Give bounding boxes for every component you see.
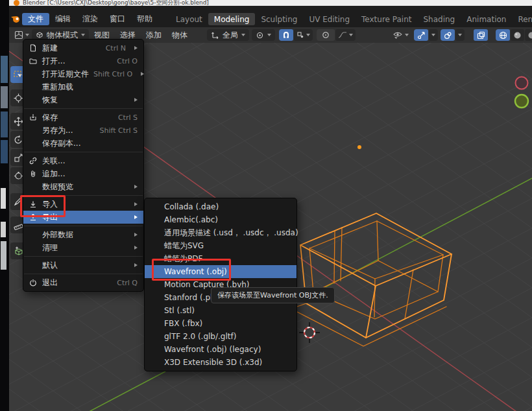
menu-separator [24, 226, 143, 226]
transform-tool-icon [14, 171, 23, 181]
window-title: Blender [C:\Users\CXJ\Desktop\gong\baoye… [23, 0, 209, 6]
overlays-settings-dropdown[interactable] [455, 29, 465, 41]
submenu-arrow-icon [134, 233, 138, 237]
solid-shading-button[interactable] [511, 29, 524, 41]
menu-separator [24, 274, 143, 274]
menu-render[interactable]: 渲染 [77, 13, 104, 25]
gizmo-axis-y-ball[interactable] [515, 95, 528, 108]
menu-item-revert[interactable]: 重新加载 [23, 80, 143, 93]
wireframe-sphere-icon [499, 31, 507, 40]
export-item-stl[interactable]: Stl (.stl) [145, 304, 296, 317]
menu-help[interactable]: 帮助 [131, 13, 158, 25]
chevron-down-icon [267, 34, 271, 36]
chevron-down-icon [431, 34, 435, 36]
tab-rendering[interactable]: Renderi [512, 13, 532, 25]
menu-item-link[interactable]: 关联... [23, 154, 143, 167]
blender-window: Blender [C:\Users\CXJ\Desktop\gong\baoye… [0, 0, 532, 411]
menu-add[interactable]: 添加 [141, 30, 167, 41]
export-item-wavefront-legacy[interactable]: Wavefront (.obj) (legacy) [145, 343, 296, 356]
menu-object[interactable]: 物体 [167, 30, 193, 41]
snap-toggle-button[interactable] [279, 29, 293, 41]
submenu-arrow-icon [134, 246, 138, 250]
export-item-collada[interactable]: Collada (.dae) [145, 200, 296, 213]
annotation-box-wavefront-obj [152, 259, 231, 281]
menu-item-open[interactable]: 打开... Ctrl O [23, 54, 143, 67]
proportional-edit-button[interactable] [317, 29, 335, 41]
desktop-fragment [1, 241, 6, 270]
xray-toggle-button[interactable] [474, 29, 488, 41]
gizmo-axis-x-ball[interactable] [516, 77, 528, 89]
tab-shading[interactable]: Shading [417, 13, 461, 25]
menu-item-append[interactable]: 追加... [23, 167, 143, 180]
gizmo-settings-dropdown[interactable] [429, 29, 438, 41]
navigation-gizmo[interactable] [515, 77, 528, 108]
viewport-editor-icon [14, 30, 23, 40]
tooltip: 保存该场景至Wavefront OBJ文件. [211, 287, 335, 303]
file-menu-panel: 新建 Ctrl N 打开... Ctrl O 打开近期文件 Shift Ctrl… [23, 39, 144, 292]
menu-item-defaults[interactable]: 默认 [23, 259, 143, 272]
menu-item-new[interactable]: 新建 Ctrl N [23, 41, 143, 54]
paperclip-icon [29, 170, 38, 178]
desktop-fragment [1, 140, 8, 163]
menu-item-data-preview[interactable]: 数据预览 [23, 180, 143, 193]
menu-item-save-as[interactable]: 另存为... Shift Ctrl S [23, 124, 143, 137]
menu-item-save[interactable]: 保存 Ctrl S [23, 111, 143, 124]
menu-item-recover[interactable]: 恢复 [23, 93, 143, 106]
os-title-bar: Blender [C:\Users\CXJ\Desktop\gong\baoye… [9, 0, 532, 6]
tab-uv-editing[interactable]: UV Editing [303, 13, 356, 25]
menu-separator [24, 152, 143, 152]
menu-window[interactable]: 窗口 [104, 13, 131, 25]
material-shading-button[interactable] [525, 29, 532, 41]
tab-sculpting[interactable]: Sculpting [255, 13, 303, 25]
export-item-fbx[interactable]: FBX (.fbx) [145, 317, 296, 330]
snap-settings-dropdown[interactable] [294, 29, 313, 41]
power-icon [29, 279, 38, 287]
overlays-icon [444, 31, 452, 40]
blender-app-icon[interactable] [10, 13, 21, 25]
menu-item-external-data[interactable]: 外部数据 [23, 228, 143, 241]
export-submenu-panel: Collada (.dae) Alembic(.abc) 通用场景描述 (.us… [144, 198, 297, 371]
menu-file[interactable]: 文件 [22, 13, 49, 25]
chevron-down-icon [349, 34, 353, 36]
snap-group [279, 29, 313, 41]
tab-animation[interactable]: Animation [461, 13, 512, 25]
menu-item-clean-up[interactable]: 清理 [23, 241, 143, 254]
menu-item-open-recent[interactable]: 打开近期文件 Shift Ctrl O [23, 67, 143, 80]
export-item-grease-pencil-svg[interactable]: 蜡笔为SVG [145, 239, 296, 252]
tab-texture-paint[interactable]: Texture Paint [356, 13, 417, 25]
wireframe-shading-button[interactable] [496, 29, 510, 41]
transform-orientation-dropdown[interactable]: 全局 [207, 29, 249, 41]
object-visibility-dropdown[interactable] [390, 29, 411, 41]
export-item-alembic[interactable]: Alembic(.abc) [145, 213, 296, 226]
object-origin-dot[interactable] [357, 145, 361, 149]
tab-layout[interactable]: Layout [170, 13, 208, 25]
falloff-dropdown[interactable] [335, 29, 356, 41]
3d-cursor[interactable] [299, 322, 320, 343]
blender-logo-icon [14, 0, 19, 6]
gizmos-toggle-button[interactable] [414, 29, 428, 41]
chevron-down-icon [306, 34, 310, 36]
material-sphere-icon [527, 31, 532, 40]
export-item-usd[interactable]: 通用场景描述 (.usd， .usdc， .usda) [145, 226, 296, 239]
cursor-tool-icon [14, 93, 23, 103]
overlays-toggle-button[interactable] [441, 29, 455, 41]
export-item-gltf[interactable]: glTF 2.0 (.glb/.gltf) [145, 330, 296, 343]
chevron-down-icon [25, 34, 29, 36]
eye-cursor-icon [393, 31, 403, 40]
magnet-icon [282, 31, 290, 39]
menu-edit[interactable]: 编辑 [49, 13, 77, 25]
submenu-arrow-icon [134, 202, 138, 206]
export-item-x3d[interactable]: X3D Extensible 3D (.x3d) [145, 356, 296, 369]
file-new-icon [29, 44, 38, 52]
submenu-arrow-icon [134, 98, 138, 102]
menu-item-quit[interactable]: 退出 Ctrl Q [23, 276, 143, 289]
submenu-arrow-icon [141, 72, 144, 76]
desktop-fragment [1, 86, 8, 108]
falloff-curve-icon [338, 31, 347, 39]
menu-item-save-copy[interactable]: 保存副本... [23, 137, 143, 150]
tab-modeling[interactable]: Modeling [208, 13, 256, 25]
rotate-tool-icon [14, 135, 23, 145]
submenu-arrow-icon [134, 215, 138, 219]
chevron-down-icon [81, 34, 85, 36]
pivot-point-dropdown[interactable] [252, 29, 275, 41]
